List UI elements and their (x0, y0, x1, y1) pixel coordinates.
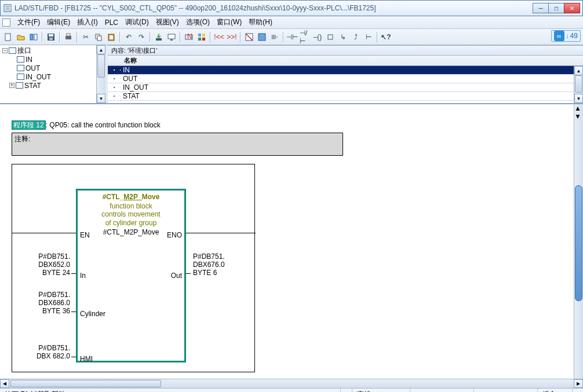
undo-icon[interactable]: ↶ (123, 31, 134, 43)
scroll-right-icon[interactable]: ▶ (574, 379, 583, 388)
svg-rect-21 (202, 38, 205, 41)
menu-edit[interactable]: 编辑(E) (43, 16, 74, 28)
pin-cylinder: Cylinder (80, 310, 105, 318)
menu-insert[interactable]: 插入(I) (74, 16, 101, 28)
ladder-diagram[interactable]: #CTL_M2P_Move function block controls mo… (12, 164, 255, 372)
svg-text:N: N (187, 33, 192, 41)
pin-in: In (80, 272, 86, 280)
scroll-thumb[interactable] (575, 185, 582, 301)
names-pane: 内容: '环境\接口' 名称 IN OUT IN_OUT STAT ▲ ▼ (108, 45, 583, 103)
interface-tree[interactable]: − 接口 IN OUT IN_OUT + STA (0, 45, 96, 103)
tree-scrollbar[interactable]: ▲ ▼ (96, 45, 105, 103)
paste-icon[interactable] (105, 31, 117, 43)
scroll-up-icon[interactable]: ▲ (574, 104, 583, 112)
svg-rect-14 (168, 34, 175, 39)
mdi-system-icon[interactable] (2, 19, 10, 27)
editor-hscrollbar[interactable]: ◀ ▶ (0, 379, 583, 388)
svg-rect-24 (258, 34, 265, 41)
ref-data-icon[interactable]: ⊞◦ (269, 31, 280, 43)
scroll-up-icon[interactable]: ▲ (97, 45, 105, 54)
table-row[interactable]: OUT (108, 75, 574, 83)
function-block[interactable]: #CTL_M2P_Move function block controls mo… (76, 189, 186, 362)
status-sym: Sym >= 5.2 (410, 389, 474, 392)
goto-end-icon[interactable]: >>! (226, 31, 238, 43)
contact-open-icon[interactable]: ⊣⊢ (286, 31, 298, 43)
svg-rect-13 (156, 38, 162, 41)
status-icon: ◇ (341, 389, 352, 392)
names-scrollbar[interactable]: ▲ ▼ (574, 66, 583, 103)
table-row[interactable]: IN (108, 66, 574, 75)
cloud-count: 49 (570, 32, 578, 40)
scroll-thumb[interactable] (97, 54, 105, 78)
program-elements-icon[interactable] (196, 31, 207, 43)
comment-box[interactable]: 注释: (12, 133, 343, 156)
cut-icon[interactable]: ✂ (80, 31, 92, 43)
param-out[interactable]: P#DB751. DBX676.0 BYTE 6 (193, 252, 251, 277)
pin-hmi: HMI (80, 355, 93, 363)
status-bar: 按下 F1 以获取帮助。 ◇ 离线 Sym >= 5.2 Nw 12 插入 ◢ (0, 388, 583, 392)
menu-file[interactable]: 文件(F) (14, 16, 43, 28)
interface-tree-pane: − 接口 IN OUT IN_OUT + STA (0, 45, 108, 103)
tree-in[interactable]: IN (0, 55, 96, 64)
goto-start-icon[interactable]: !<< (213, 31, 225, 43)
nav-icon[interactable] (28, 31, 39, 43)
tree-inout[interactable]: IN_OUT (0, 72, 96, 81)
status-insert: 插入 (538, 389, 573, 392)
lad-editor[interactable]: 程序段 12: QP05: call the control function … (0, 104, 583, 379)
menu-help[interactable]: 帮助(H) (245, 16, 276, 28)
download-icon[interactable] (153, 31, 165, 43)
status-offline: 离线 (352, 389, 410, 392)
fb-description: function block controls movement of cyli… (78, 202, 184, 227)
tree-root[interactable]: − 接口 (0, 46, 96, 55)
print-icon[interactable] (63, 31, 74, 43)
scroll-up-icon[interactable]: ▲ (574, 66, 583, 75)
scroll-down-icon[interactable]: ▼ (97, 94, 105, 103)
save-icon[interactable] (45, 31, 57, 43)
connection-icon[interactable]: ⊢ (363, 31, 374, 43)
no-filter-icon[interactable] (243, 31, 255, 43)
branch-open-icon[interactable]: ↳ (337, 31, 349, 43)
insert-network-icon[interactable]: N (183, 31, 195, 43)
minimize-button[interactable]: ─ (533, 3, 549, 13)
redo-icon[interactable]: ↷ (136, 31, 147, 43)
help-cursor-icon[interactable]: ↖? (380, 31, 392, 43)
coil-icon[interactable]: –() (312, 31, 323, 43)
scroll-thumb[interactable] (575, 75, 582, 93)
menu-options[interactable]: 选项(O) (183, 16, 213, 28)
param-in[interactable]: P#DB751. DBX652.0 BYTE 24 (12, 252, 70, 277)
menu-debug[interactable]: 调试(D) (122, 16, 152, 28)
close-button[interactable]: ✕ (564, 3, 580, 13)
tree-stat[interactable]: + STAT (0, 81, 96, 90)
app-icon (3, 3, 12, 13)
pin-out: Out (171, 272, 182, 280)
branch-close-icon[interactable]: ⤴ (350, 31, 362, 43)
copy-icon[interactable] (93, 31, 104, 43)
menu-view[interactable]: 视图(V) (152, 16, 183, 28)
pin-eno: ENO (167, 231, 182, 239)
param-hmi[interactable]: P#DB751. DBX 682.0 (12, 344, 70, 360)
table-row[interactable]: IN_OUT (108, 83, 574, 92)
scroll-thumb[interactable] (10, 380, 161, 387)
status-nw: Nw 12 (474, 389, 538, 392)
open-icon[interactable] (15, 31, 27, 43)
names-table[interactable]: IN OUT IN_OUT STAT (108, 66, 574, 103)
monitor-icon[interactable] (166, 31, 177, 43)
box-icon[interactable] (325, 31, 336, 43)
svg-rect-6 (49, 38, 53, 40)
tree-out[interactable]: OUT (0, 64, 96, 72)
cloud-badge[interactable]: ∞ ↓49 (551, 30, 581, 42)
scroll-down-icon[interactable]: ▼ (574, 112, 583, 120)
svg-rect-7 (65, 36, 71, 39)
contact-closed-icon[interactable]: ⊣/⊢ (299, 31, 311, 43)
param-cylinder[interactable]: P#DB751. DBX686.0 BYTE 36 (12, 291, 70, 315)
filter-sel-icon[interactable] (256, 31, 268, 43)
scroll-left-icon[interactable]: ◀ (0, 379, 9, 388)
menu-window[interactable]: 窗口(W) (213, 16, 245, 28)
maximize-button[interactable]: □ (548, 3, 564, 13)
table-row[interactable]: STAT (108, 92, 574, 101)
new-icon[interactable] (2, 31, 14, 43)
scroll-down-icon[interactable]: ▼ (574, 94, 583, 103)
names-col-header[interactable]: 名称 (121, 56, 140, 65)
menu-plc[interactable]: PLC (101, 17, 122, 28)
editor-vscrollbar[interactable]: ▲ ▼ (574, 104, 583, 379)
